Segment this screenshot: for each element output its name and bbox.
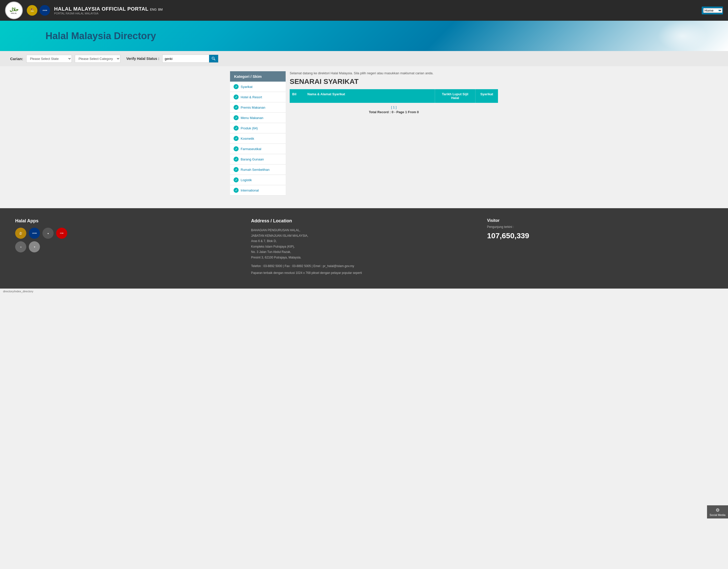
address-line-4: Kompleks Islam Putrajaya (KIP),	[251, 244, 477, 250]
sidebar-item-premis[interactable]: Premis Makanan	[230, 102, 286, 113]
visitor-title: Visitor	[487, 218, 713, 223]
sidebar-item-label: Premis Makanan	[241, 106, 265, 109]
address-line-5: No. 3 Jalan Tun Abdul Razak,	[251, 250, 477, 255]
nav-select[interactable]: Home About Directory Contact	[703, 8, 722, 13]
check-icon	[234, 95, 239, 100]
welcome-text: Selamat datang ke direktori Halal Malays…	[290, 71, 498, 75]
th-tarikh: Tarikh Luput Sijil Halal	[435, 89, 475, 103]
sidebar: Kategori / Skim Syarikat Hotel & Resort …	[230, 71, 286, 196]
search-label: Carian:	[10, 57, 23, 61]
address-line-2: JABATAN KEMAJUAN ISLAM MALAYSIA,	[251, 233, 477, 239]
sidebar-item-kosmetik[interactable]: Kosmetik	[230, 133, 286, 144]
check-icon	[234, 115, 239, 120]
footer-contact: Telefon : 03-8892 5000 | Fax : 03-8892 5…	[251, 264, 477, 269]
sidebar-item-produk[interactable]: Produk (64)	[230, 123, 286, 133]
state-select[interactable]: Please Select State	[26, 55, 72, 63]
halal-logo: حلال HALAL	[5, 2, 23, 19]
pagination[interactable]: [ 1 ]	[290, 103, 498, 110]
check-icon	[234, 126, 239, 131]
lang-switcher[interactable]: ENG BM	[150, 8, 163, 11]
svg-line-1	[214, 59, 215, 60]
visitor-count: 107,650,339	[487, 232, 713, 240]
address-line-1: BAHAGIAN PENGURUSAN HALAL,	[251, 228, 477, 233]
nav-select-container[interactable]: Home About Directory Contact ▼	[703, 8, 722, 13]
app-logo-6: ❤	[29, 241, 40, 253]
lang-bm[interactable]: BM	[158, 8, 163, 11]
search-icon	[212, 57, 216, 61]
lang-en[interactable]: ENG	[150, 8, 157, 11]
sidebar-item-international[interactable]: International	[230, 185, 286, 196]
visitor-sub: Pengunjung terkini :	[487, 224, 713, 230]
verify-search-button[interactable]	[209, 55, 218, 62]
footer-address-lines: BAHAGIAN PENGURUSAN HALAL, JABATAN KEMAJ…	[251, 228, 477, 261]
footer-apps-section: Halal Apps حلالMY JAKIM ◆ CCM ⊙	[15, 218, 241, 276]
app-logo-2: JAKIM	[29, 228, 40, 239]
sidebar-header: Kategori / Skim	[230, 71, 286, 82]
footer-grid: Halal Apps حلالMY JAKIM ◆ CCM ⊙	[15, 218, 713, 276]
hero-title: Halal Malaysia Directory	[45, 31, 156, 41]
sidebar-item-label: Barang Gunaan	[241, 158, 264, 161]
check-icon	[234, 84, 239, 89]
th-bil: Bil	[290, 89, 305, 103]
sidebar-item-label: Menu Makanan	[241, 116, 263, 120]
halal-logo-text: حلال HALAL	[10, 7, 18, 14]
sidebar-item-label: Farmaseutikal	[241, 147, 261, 151]
app-logo-5: ⊙	[15, 241, 26, 253]
sidebar-item-barang[interactable]: Barang Gunaan	[230, 154, 286, 165]
footer-address-section: Address / Location BAHAGIAN PENGURUSAN H…	[251, 218, 477, 276]
address-line-3: Aras 6 & 7, Blok D,	[251, 239, 477, 244]
footer: Halal Apps حلالMY JAKIM ◆ CCM ⊙	[0, 208, 728, 288]
nav-dropdown-wrapper: Home About Directory Contact ▼	[702, 7, 723, 14]
check-icon	[234, 146, 239, 151]
sidebar-item-label: Kosmetik	[241, 137, 254, 141]
total-record: Total Record : 0 - Page 1 From 0	[290, 110, 498, 114]
sidebar-item-logistik[interactable]: Logistik	[230, 175, 286, 185]
th-syarikat: Syarikat	[475, 89, 498, 103]
verify-label: Verify Halal Status :	[126, 57, 160, 61]
footer-app-logos-row2: ⊙ ❤	[15, 241, 241, 253]
category-select[interactable]: Please Select Category	[75, 55, 120, 63]
check-icon	[234, 136, 239, 141]
th-nama: Nama & Alamat Syarikat	[305, 89, 435, 103]
sidebar-item-label: Produk (64)	[241, 126, 258, 130]
sidebar-item-syarikat[interactable]: Syarikat	[230, 82, 286, 92]
partner-logos: 🇲🇾JAB JAKIM	[27, 5, 50, 16]
sidebar-item-farmaseutikal[interactable]: Farmaseutikal	[230, 144, 286, 154]
status-bar: directory/index_directory	[0, 288, 728, 294]
check-icon	[234, 105, 239, 110]
sidebar-item-hotel[interactable]: Hotel & Resort	[230, 92, 286, 102]
govt-logo: 🇲🇾JAB	[27, 5, 37, 16]
check-icon	[234, 188, 239, 193]
hero-banner: Halal Malaysia Directory	[0, 21, 728, 51]
jakim-logo: JAKIM	[39, 5, 50, 16]
footer-resolution: Paparan terbaik dengan resolusi 1024 x 7…	[251, 271, 477, 276]
app-logo-4: CCM	[56, 228, 67, 239]
status-url: directory/index_directory	[3, 290, 33, 293]
footer-app-logos: حلالMY JAKIM ◆ CCM	[15, 228, 241, 239]
sidebar-item-label: Hotel & Resort	[241, 95, 262, 99]
section-title: SENARAI SYARIKAT	[290, 78, 498, 86]
verify-input[interactable]	[163, 55, 209, 62]
footer-address-title: Address / Location	[251, 218, 477, 224]
check-icon	[234, 177, 239, 183]
portal-title: HALAL MALAYSIA OFFICIAL PORTAL	[54, 6, 149, 12]
sidebar-item-label: Syarikat	[241, 85, 253, 89]
app-logo-1: حلالMY	[15, 228, 26, 239]
footer-apps-title: Halal Apps	[15, 218, 241, 224]
sidebar-item-label: Logistik	[241, 178, 252, 182]
main-content: Kategori / Skim Syarikat Hotel & Resort …	[225, 66, 503, 201]
page-link[interactable]: [ 1 ]	[391, 105, 397, 109]
portal-subtitle: PORTAL RASMI HALAL MALAYSIA	[54, 12, 698, 15]
sidebar-item-label: International	[241, 189, 259, 192]
table-header: Bil Nama & Alamat Syarikat Tarikh Luput …	[290, 89, 498, 103]
search-bar: Carian: Please Select State Please Selec…	[0, 51, 728, 66]
header: حلال HALAL 🇲🇾JAB JAKIM HALAL MALAYSIA OF…	[0, 0, 728, 21]
footer-visitor-section: Visitor Pengunjung terkini : 107,650,339	[487, 218, 713, 276]
content-area: Selamat datang ke direktori Halal Malays…	[286, 71, 498, 196]
sidebar-item-menu[interactable]: Menu Makanan	[230, 113, 286, 123]
sidebar-item-rumah[interactable]: Rumah Sembelihan	[230, 165, 286, 175]
app-logo-3: ◆	[42, 228, 54, 239]
check-icon	[234, 167, 239, 172]
sidebar-item-label: Rumah Sembelihan	[241, 168, 269, 172]
check-icon	[234, 157, 239, 162]
